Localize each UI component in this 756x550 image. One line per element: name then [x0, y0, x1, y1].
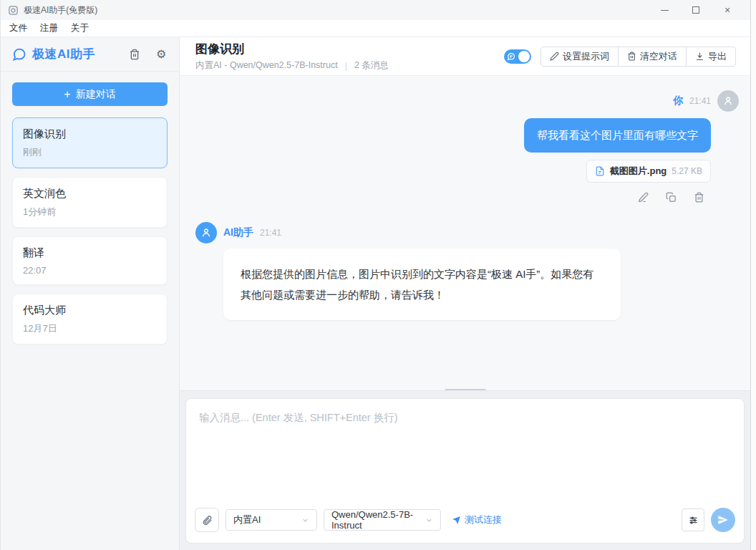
test-connection-link[interactable]: 测试连接 — [452, 513, 502, 526]
attachment-size: 5.27 KB — [672, 166, 702, 176]
menu-item-about[interactable]: 关于 — [71, 22, 89, 34]
chat-header-actions: 设置提示词 清空对话 导出 — [504, 47, 736, 67]
user-name: 你 — [673, 95, 683, 107]
conversation-time: 12月7日 — [23, 322, 157, 335]
paper-plane-icon — [452, 516, 461, 525]
pencil-icon — [550, 52, 559, 61]
trash-icon[interactable] — [129, 49, 140, 60]
conversation-title: 代码大师 — [23, 304, 157, 317]
composer: 内置AI Qwen/Qwen2.5-7B-Instruct 测试连接 — [180, 391, 750, 550]
app-logo-icon — [8, 5, 19, 16]
assistant-message-bubble: 根据您提供的图片信息，图片中识别到的文字内容是“极速 AI手”。如果您有其他问题… — [223, 249, 621, 321]
conversation-time: 22:07 — [23, 265, 157, 276]
page-title: 图像识别 — [195, 41, 389, 57]
test-connection-label: 测试连接 — [465, 513, 502, 526]
chat-header-left: 图像识别 内置AI - Qwen/Qwen2.5-7B-Instruct | 2… — [195, 41, 389, 72]
clear-chat-button[interactable]: 清空对话 — [618, 47, 687, 67]
conversation-time: 刚刚 — [23, 146, 157, 159]
model-select[interactable]: Qwen/Qwen2.5-7B-Instruct — [324, 509, 441, 531]
user-message-row: 帮我看看这个图片里面有哪些文字 — [195, 118, 739, 153]
close-button[interactable]: × — [712, 0, 743, 20]
export-label: 导出 — [708, 50, 727, 63]
person-icon — [722, 95, 734, 107]
user-message-header: 你 21:41 — [195, 90, 739, 112]
conversation-item-image-recognition[interactable]: 图像识别 刚刚 — [12, 117, 168, 168]
attachment-filename: 截图图片.png — [610, 165, 667, 178]
main-panel: 图像识别 内置AI - Qwen/Qwen2.5-7B-Instruct | 2… — [180, 37, 750, 550]
titlebar: 极速AI助手(免费版) × — [1, 0, 750, 20]
file-icon — [595, 166, 605, 176]
chat-header: 图像识别 内置AI - Qwen/Qwen2.5-7B-Instruct | 2… — [180, 37, 750, 76]
set-prompt-button[interactable]: 设置提示词 — [541, 47, 619, 67]
conversation-time: 1分钟前 — [23, 206, 157, 218]
screen-edge-strip — [750, 0, 756, 550]
sliders-icon — [688, 515, 699, 526]
new-chat-button[interactable]: + 新建对话 — [12, 82, 168, 106]
copy-icon[interactable] — [666, 192, 677, 203]
clear-chat-label: 清空对话 — [640, 50, 677, 63]
conversation-title: 英文润色 — [23, 187, 157, 201]
download-icon — [695, 52, 704, 61]
conversation-title: 翻译 — [23, 246, 157, 260]
message-input[interactable] — [186, 399, 744, 504]
sidebar-header: 极速AI助手 ⚙ — [1, 37, 179, 72]
paperclip-icon — [202, 515, 213, 526]
menu-item-file[interactable]: 文件 — [9, 22, 27, 34]
user-message-bubble: 帮我看看这个图片里面有哪些文字 — [524, 118, 711, 153]
toggle-knob — [518, 51, 530, 62]
delete-icon[interactable] — [694, 192, 704, 203]
assistant-message-header: AI助手 21:41 — [195, 222, 739, 243]
message-count: 2 条消息 — [354, 59, 389, 72]
window-title: 极速AI助手(免费版) — [24, 4, 97, 16]
composer-panel: 内置AI Qwen/Qwen2.5-7B-Instruct 测试连接 — [185, 398, 745, 544]
gear-icon[interactable]: ⚙ — [156, 49, 168, 60]
composer-toolbar: 内置AI Qwen/Qwen2.5-7B-Instruct 测试连接 — [186, 504, 744, 543]
chat-area: 你 21:41 帮我看看这个图片里面有哪些文字 截图图片.png 5.27 KB — [180, 76, 750, 391]
conversation-title: 图像识别 — [23, 127, 157, 141]
chat-subtitle: 内置AI - Qwen/Qwen2.5-7B-Instruct | 2 条消息 — [195, 59, 389, 72]
send-plane-icon — [717, 514, 729, 526]
toggle-bubble-icon — [507, 52, 515, 61]
menu-item-register[interactable]: 注册 — [40, 22, 58, 34]
user-message-time: 21:41 — [689, 96, 711, 106]
close-icon: × — [724, 4, 730, 16]
attachment-chip[interactable]: 截图图片.png 5.27 KB — [586, 160, 711, 183]
conversation-item-code-master[interactable]: 代码大师 12月7日 — [12, 294, 168, 344]
export-button[interactable]: 导出 — [686, 47, 736, 67]
set-prompt-label: 设置提示词 — [563, 50, 609, 63]
edit-icon[interactable] — [638, 192, 649, 203]
assistant-name: AI助手 — [223, 226, 253, 239]
resize-handle[interactable] — [445, 389, 486, 391]
assistant-message-time: 21:41 — [260, 228, 281, 238]
sidebar: 极速AI助手 ⚙ + 新建对话 图像识别 刚刚 英文润色 1分钟前 翻译 — [1, 37, 180, 550]
prompt-toggle[interactable] — [504, 49, 531, 64]
conversation-item-english-polish[interactable]: 英文润色 1分钟前 — [12, 177, 168, 228]
plus-icon: + — [64, 89, 70, 100]
conversation-item-translate[interactable]: 翻译 22:07 — [12, 236, 168, 285]
chevron-down-icon — [301, 516, 309, 524]
trash-icon — [627, 52, 636, 61]
new-chat-label: 新建对话 — [76, 88, 116, 101]
minimize-button[interactable] — [649, 0, 680, 20]
chat-bubble-logo-icon — [12, 47, 26, 62]
model-info: 内置AI - Qwen/Qwen2.5-7B-Instruct — [195, 59, 338, 72]
maximize-icon — [692, 6, 699, 14]
conversation-list: 图像识别 刚刚 英文润色 1分钟前 翻译 22:07 代码大师 12月7日 — [1, 110, 179, 352]
model-value: Qwen/Qwen2.5-7B-Instruct — [331, 509, 420, 531]
screen: 极速AI助手(免费版) × 文件 注册 关于 极速AI助手 ⚙ + 新建对话 — [0, 0, 756, 550]
person-icon — [200, 227, 212, 238]
header-button-group: 设置提示词 清空对话 导出 — [541, 47, 736, 67]
maximize-button[interactable] — [680, 0, 712, 20]
user-avatar — [717, 90, 739, 112]
subtitle-divider: | — [345, 61, 347, 71]
user-message-actions — [195, 192, 739, 203]
assistant-avatar — [195, 222, 217, 243]
send-button[interactable] — [711, 508, 735, 532]
attach-file-button[interactable] — [195, 508, 219, 532]
app-body: 极速AI助手 ⚙ + 新建对话 图像识别 刚刚 英文润色 1分钟前 翻译 — [1, 37, 750, 550]
provider-select[interactable]: 内置AI — [226, 509, 317, 531]
menubar: 文件 注册 关于 — [1, 20, 750, 37]
parameters-button[interactable] — [682, 508, 704, 531]
app-window: 极速AI助手(免费版) × 文件 注册 关于 极速AI助手 ⚙ + 新建对话 — [0, 0, 750, 550]
app-title: 极速AI助手 — [32, 46, 113, 62]
